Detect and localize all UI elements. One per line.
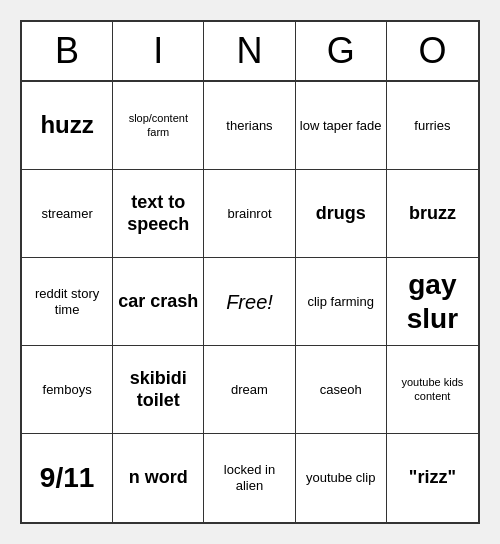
- cell-text-24: "rizz": [409, 467, 456, 489]
- bingo-cell-12: Free!: [204, 258, 295, 346]
- cell-text-17: dream: [231, 382, 268, 398]
- cell-text-1: slop/content farm: [117, 112, 199, 138]
- bingo-cell-17: dream: [204, 346, 295, 434]
- bingo-cell-4: furries: [387, 82, 478, 170]
- cell-text-5: streamer: [41, 206, 92, 222]
- header-letter-n: N: [204, 22, 295, 80]
- cell-text-6: text to speech: [117, 192, 199, 235]
- bingo-cell-11: car crash: [113, 258, 204, 346]
- bingo-grid: huzzslop/content farmtherianslow taper f…: [22, 82, 478, 522]
- bingo-cell-20: 9/11: [22, 434, 113, 522]
- bingo-cell-24: "rizz": [387, 434, 478, 522]
- cell-text-10: reddit story time: [26, 286, 108, 317]
- bingo-header: BINGO: [22, 22, 478, 82]
- cell-text-9: bruzz: [409, 203, 456, 225]
- bingo-cell-10: reddit story time: [22, 258, 113, 346]
- cell-text-18: caseoh: [320, 382, 362, 398]
- cell-text-23: youtube clip: [306, 470, 375, 486]
- cell-text-19: youtube kids content: [391, 376, 474, 402]
- bingo-cell-18: caseoh: [296, 346, 387, 434]
- bingo-cell-13: clip farming: [296, 258, 387, 346]
- cell-text-13: clip farming: [307, 294, 373, 310]
- bingo-cell-1: slop/content farm: [113, 82, 204, 170]
- cell-text-7: brainrot: [227, 206, 271, 222]
- cell-text-12: Free!: [226, 290, 273, 314]
- cell-text-0: huzz: [40, 111, 93, 140]
- cell-text-20: 9/11: [40, 461, 95, 495]
- cell-text-22: locked in alien: [208, 462, 290, 493]
- bingo-cell-21: n word: [113, 434, 204, 522]
- bingo-cell-3: low taper fade: [296, 82, 387, 170]
- bingo-cell-8: drugs: [296, 170, 387, 258]
- header-letter-b: B: [22, 22, 113, 80]
- header-letter-g: G: [296, 22, 387, 80]
- cell-text-16: skibidi toilet: [117, 368, 199, 411]
- cell-text-15: femboys: [43, 382, 92, 398]
- cell-text-11: car crash: [118, 291, 198, 313]
- cell-text-8: drugs: [316, 203, 366, 225]
- cell-text-2: therians: [226, 118, 272, 134]
- bingo-cell-7: brainrot: [204, 170, 295, 258]
- bingo-cell-6: text to speech: [113, 170, 204, 258]
- header-letter-o: O: [387, 22, 478, 80]
- bingo-cell-0: huzz: [22, 82, 113, 170]
- bingo-cell-9: bruzz: [387, 170, 478, 258]
- header-letter-i: I: [113, 22, 204, 80]
- cell-text-4: furries: [414, 118, 450, 134]
- cell-text-3: low taper fade: [300, 118, 382, 134]
- bingo-cell-23: youtube clip: [296, 434, 387, 522]
- bingo-cell-2: therians: [204, 82, 295, 170]
- bingo-cell-15: femboys: [22, 346, 113, 434]
- bingo-cell-14: gay slur: [387, 258, 478, 346]
- bingo-card: BINGO huzzslop/content farmtherianslow t…: [20, 20, 480, 524]
- cell-text-21: n word: [129, 467, 188, 489]
- bingo-cell-19: youtube kids content: [387, 346, 478, 434]
- bingo-cell-22: locked in alien: [204, 434, 295, 522]
- cell-text-14: gay slur: [391, 268, 474, 335]
- bingo-cell-5: streamer: [22, 170, 113, 258]
- bingo-cell-16: skibidi toilet: [113, 346, 204, 434]
